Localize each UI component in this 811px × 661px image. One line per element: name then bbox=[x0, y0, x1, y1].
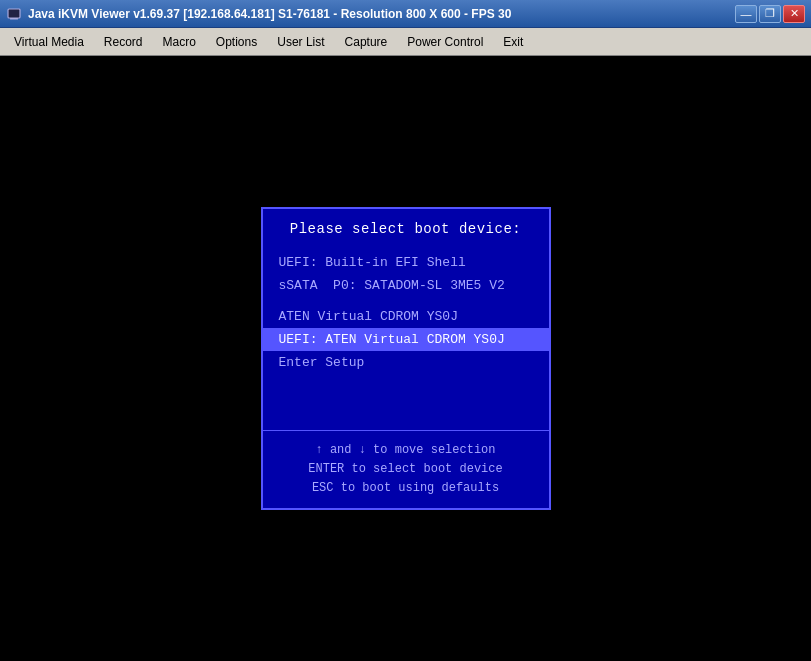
menu-virtual-media[interactable]: Virtual Media bbox=[4, 32, 94, 52]
kvm-display[interactable]: Please select boot device: UEFI: Built-i… bbox=[0, 56, 811, 661]
boot-item-spacer bbox=[263, 297, 549, 305]
title-bar: Java iKVM Viewer v1.69.37 [192.168.64.18… bbox=[0, 0, 811, 28]
menu-bar: Virtual Media Record Macro Options User … bbox=[0, 28, 811, 56]
boot-footer-line2: ENTER to select boot device bbox=[279, 460, 533, 479]
close-button[interactable]: ✕ bbox=[783, 5, 805, 23]
title-bar-left: Java iKVM Viewer v1.69.37 [192.168.64.18… bbox=[6, 6, 511, 22]
boot-footer-line3: ESC to boot using defaults bbox=[279, 479, 533, 498]
boot-footer-line1: ↑ and ↓ to move selection bbox=[279, 441, 533, 460]
restore-button[interactable]: ❐ bbox=[759, 5, 781, 23]
svg-rect-1 bbox=[10, 18, 18, 20]
title-text: Java iKVM Viewer v1.69.37 [192.168.64.18… bbox=[28, 7, 511, 21]
menu-power-control[interactable]: Power Control bbox=[397, 32, 493, 52]
svg-rect-0 bbox=[8, 9, 20, 18]
title-bar-controls: — ❐ ✕ bbox=[735, 5, 805, 23]
boot-menu-cursor-area bbox=[263, 374, 549, 424]
menu-options[interactable]: Options bbox=[206, 32, 267, 52]
window-icon bbox=[6, 6, 22, 22]
boot-item-aten-cdrom[interactable]: ATEN Virtual CDROM YS0J bbox=[263, 305, 549, 328]
minimize-button[interactable]: — bbox=[735, 5, 757, 23]
boot-menu-items: UEFI: Built-in EFI Shell sSATA P0: SATAD… bbox=[263, 245, 549, 430]
boot-item-enter-setup[interactable]: Enter Setup bbox=[263, 351, 549, 374]
boot-item-uefi-efi-shell[interactable]: UEFI: Built-in EFI Shell bbox=[263, 251, 549, 274]
menu-user-list[interactable]: User List bbox=[267, 32, 334, 52]
boot-menu-header: Please select boot device: bbox=[263, 209, 549, 245]
menu-capture[interactable]: Capture bbox=[335, 32, 398, 52]
boot-item-ssata-satadom[interactable]: sSATA P0: SATADOM-SL 3ME5 V2 bbox=[263, 274, 549, 297]
boot-menu-footer: ↑ and ↓ to move selection ENTER to selec… bbox=[263, 430, 549, 509]
menu-record[interactable]: Record bbox=[94, 32, 153, 52]
boot-item-uefi-aten-cdrom[interactable]: UEFI: ATEN Virtual CDROM YS0J bbox=[263, 328, 549, 351]
boot-menu: Please select boot device: UEFI: Built-i… bbox=[261, 207, 551, 511]
menu-exit[interactable]: Exit bbox=[493, 32, 533, 52]
menu-macro[interactable]: Macro bbox=[153, 32, 206, 52]
